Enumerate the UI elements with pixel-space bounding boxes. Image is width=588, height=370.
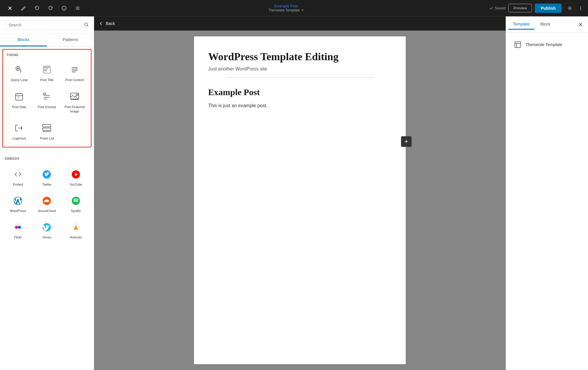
template-item-label: Themeisle Template bbox=[525, 42, 562, 47]
template-name[interactable]: Themeisle Template bbox=[268, 8, 304, 12]
block-label-post-content: Post Content bbox=[65, 78, 84, 82]
embed-item-soundcloud[interactable]: SoundCloud bbox=[34, 191, 60, 216]
canvas-area: Back WordPress Template Editing Just ano… bbox=[94, 16, 506, 370]
block-item-post-excerpt[interactable]: Post Excerpt bbox=[34, 87, 59, 116]
block-item-query-loop[interactable]: Query Loop bbox=[6, 60, 32, 85]
sidebar-tabs: Blocks Patterns bbox=[0, 34, 94, 47]
block-item-post-title[interactable]: Post Title bbox=[34, 60, 59, 85]
embed-label-soundcloud: SoundCloud bbox=[38, 209, 56, 213]
topbar-left bbox=[5, 3, 83, 14]
info-button[interactable] bbox=[59, 3, 69, 14]
tab-blocks[interactable]: Blocks bbox=[0, 34, 47, 46]
svg-text:?: ? bbox=[18, 96, 19, 100]
embed-item-wordpress[interactable]: WordPress bbox=[5, 191, 31, 216]
embed-item-flickr[interactable]: Flickr bbox=[5, 218, 31, 242]
theme-section-label: THEME bbox=[3, 50, 91, 58]
preview-button[interactable]: Preview bbox=[508, 4, 532, 12]
tab-template[interactable]: Template bbox=[508, 19, 534, 30]
spotify-icon bbox=[69, 194, 82, 207]
svg-rect-14 bbox=[43, 125, 51, 127]
vimeo-icon bbox=[40, 221, 53, 234]
topbar-right: Saved Preview Publish bbox=[489, 3, 583, 14]
saved-status: Saved bbox=[489, 6, 505, 10]
tab-patterns[interactable]: Patterns bbox=[47, 34, 94, 46]
post-title-link[interactable]: Example Post bbox=[274, 4, 298, 8]
svg-point-5 bbox=[580, 9, 581, 10]
search-input[interactable] bbox=[5, 20, 81, 30]
embed-item-vimeo[interactable]: Vimeo bbox=[34, 218, 60, 242]
block-item-post-content[interactable]: Post Content bbox=[62, 60, 87, 85]
embed-item-spotify[interactable]: Spotify bbox=[63, 191, 89, 216]
block-label-query-loop: Query Loop bbox=[11, 78, 27, 82]
undo-button[interactable] bbox=[32, 3, 42, 14]
svg-point-23 bbox=[18, 226, 21, 229]
edit-button[interactable] bbox=[18, 3, 29, 14]
canvas-topbar: Back bbox=[94, 16, 506, 31]
block-item-posts-list[interactable]: Posts List bbox=[34, 119, 59, 143]
template-item[interactable]: Themeisle Template bbox=[511, 38, 583, 52]
embeds-section: EMBEDS Embed bbox=[0, 152, 94, 244]
close-panel-button[interactable]: ✕ bbox=[575, 19, 586, 30]
list-view-button[interactable] bbox=[72, 3, 83, 14]
embed-label-flickr: Flickr bbox=[14, 236, 22, 239]
animoto-icon bbox=[69, 221, 82, 234]
publish-button[interactable]: Publish bbox=[535, 4, 562, 13]
canvas[interactable]: WordPress Template Editing Just another … bbox=[194, 36, 406, 364]
post-date-icon: ? bbox=[13, 90, 26, 103]
flickr-icon bbox=[11, 221, 24, 234]
embeds-section-label: EMBEDS bbox=[0, 152, 94, 163]
close-button[interactable] bbox=[5, 3, 15, 14]
canvas-post-title[interactable]: Example Post bbox=[208, 87, 392, 97]
svg-point-2 bbox=[569, 7, 571, 9]
block-label-post-featured-image: Post Featured Image bbox=[64, 105, 86, 113]
post-content-icon bbox=[68, 63, 81, 76]
embed-label-youtube: YouTube bbox=[69, 183, 82, 186]
embed-label-twitter: Twitter bbox=[42, 183, 51, 186]
svg-point-20 bbox=[72, 197, 80, 205]
search-bar bbox=[0, 16, 94, 34]
block-label-post-title: Post Title bbox=[40, 78, 54, 82]
canvas-post-content[interactable]: This is just an example post. bbox=[208, 102, 392, 110]
canvas-tagline: Just another WordPress site bbox=[208, 66, 392, 72]
query-loop-icon bbox=[13, 63, 26, 76]
canvas-wrapper[interactable]: WordPress Template Editing Just another … bbox=[94, 31, 506, 370]
posts-list-icon bbox=[40, 122, 53, 134]
add-block-button[interactable]: + bbox=[401, 136, 412, 147]
tab-block[interactable]: Block bbox=[536, 19, 555, 30]
embed-item-twitter[interactable]: Twitter bbox=[34, 165, 60, 189]
svg-point-22 bbox=[15, 226, 18, 229]
block-item-post-date[interactable]: ? Post Date bbox=[6, 87, 32, 116]
login-out-icon bbox=[13, 122, 26, 134]
block-item-post-featured-image[interactable]: Post Featured Image bbox=[62, 87, 87, 116]
youtube-icon bbox=[69, 168, 82, 181]
post-featured-image-icon bbox=[68, 90, 81, 103]
embeds-grid: Embed Twitter bbox=[0, 163, 94, 244]
theme-blocks-grid: Query Loop Post Title bbox=[3, 58, 91, 147]
embed-label-embed: Embed bbox=[13, 183, 23, 186]
svg-point-13 bbox=[76, 94, 78, 96]
redo-button[interactable] bbox=[45, 3, 56, 14]
twitter-icon bbox=[40, 168, 53, 181]
wordpress-icon bbox=[11, 194, 24, 207]
canvas-divider bbox=[226, 78, 374, 78]
more-options-button[interactable] bbox=[578, 6, 583, 11]
block-label-posts-list: Posts List bbox=[40, 136, 54, 140]
embed-label-wordpress: WordPress bbox=[10, 209, 26, 213]
search-icon-button[interactable] bbox=[84, 22, 89, 28]
embed-label-animoto: Animoto bbox=[70, 236, 82, 239]
block-item-login-out[interactable]: Login/out bbox=[6, 119, 32, 143]
settings-button[interactable] bbox=[564, 3, 575, 14]
back-button[interactable]: Back bbox=[99, 21, 115, 26]
svg-rect-11 bbox=[43, 93, 46, 95]
block-label-post-excerpt: Post Excerpt bbox=[38, 105, 56, 109]
sidebar-content: THEME Query Loop bbox=[0, 47, 94, 370]
svg-point-4 bbox=[580, 8, 581, 9]
svg-point-6 bbox=[85, 23, 88, 26]
embed-item-embed[interactable]: Embed bbox=[5, 165, 31, 189]
embed-item-youtube[interactable]: YouTube bbox=[63, 165, 89, 189]
main-content: Blocks Patterns THEME bbox=[0, 16, 588, 370]
embed-item-animoto[interactable]: Animoto bbox=[63, 218, 89, 242]
post-excerpt-icon bbox=[40, 90, 53, 103]
svg-rect-28 bbox=[515, 42, 521, 48]
embed-label-spotify: Spotify bbox=[71, 209, 81, 213]
